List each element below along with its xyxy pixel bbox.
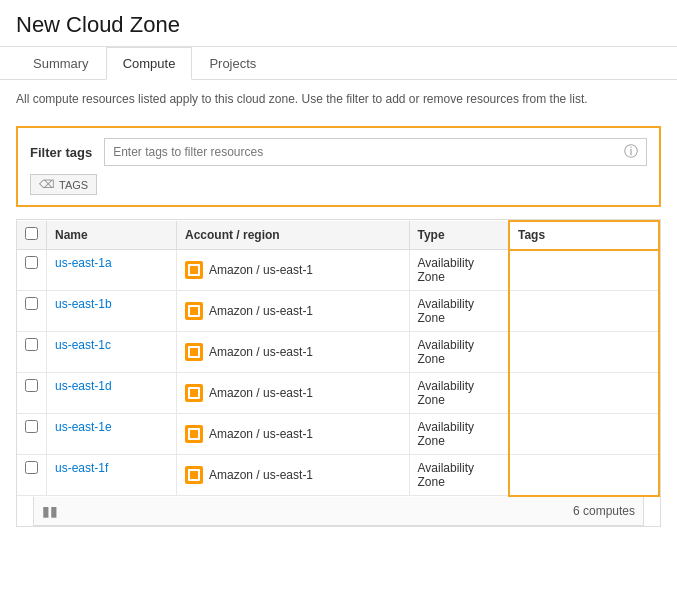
row-tags	[509, 332, 659, 373]
account-content: Amazon / us-east-1	[185, 425, 401, 443]
info-icon[interactable]: ⓘ	[624, 143, 638, 161]
table-body: us-east-1a Amazon / us-east-1 Availabili…	[17, 250, 659, 496]
row-tags	[509, 414, 659, 455]
aws-icon	[185, 466, 203, 484]
table-footer: ▮▮ 6 computes	[33, 497, 644, 526]
account-text: Amazon / us-east-1	[209, 427, 313, 441]
row-name[interactable]: us-east-1f	[47, 455, 177, 496]
row-account: Amazon / us-east-1	[177, 373, 410, 414]
filter-input-wrapper[interactable]: ⓘ	[104, 138, 647, 166]
row-tags	[509, 455, 659, 496]
table-row: us-east-1c Amazon / us-east-1 Availabili…	[17, 332, 659, 373]
row-account: Amazon / us-east-1	[177, 414, 410, 455]
footer-count: 6 computes	[573, 504, 635, 518]
row-tags	[509, 291, 659, 332]
row-checkbox[interactable]	[25, 420, 38, 433]
tags-button[interactable]: ⌫ TAGS	[30, 174, 97, 195]
account-content: Amazon / us-east-1	[185, 302, 401, 320]
tab-bar: Summary Compute Projects	[0, 47, 677, 80]
row-type: Availability Zone	[409, 455, 509, 496]
row-checkbox[interactable]	[25, 379, 38, 392]
row-tags	[509, 250, 659, 291]
tab-compute[interactable]: Compute	[106, 47, 193, 80]
filter-label: Filter tags	[30, 145, 92, 160]
row-name[interactable]: us-east-1d	[47, 373, 177, 414]
row-checkbox-cell	[17, 455, 47, 496]
aws-icon	[185, 384, 203, 402]
page-header: New Cloud Zone	[0, 0, 677, 47]
row-name[interactable]: us-east-1a	[47, 250, 177, 291]
row-type: Availability Zone	[409, 291, 509, 332]
row-name[interactable]: us-east-1e	[47, 414, 177, 455]
tab-summary[interactable]: Summary	[16, 47, 106, 80]
th-name: Name	[47, 221, 177, 250]
tag-icon: ⌫	[39, 178, 55, 191]
row-checkbox-cell	[17, 414, 47, 455]
th-tags: Tags	[509, 221, 659, 250]
row-type: Availability Zone	[409, 250, 509, 291]
row-type: Availability Zone	[409, 414, 509, 455]
table-row: us-east-1d Amazon / us-east-1 Availabili…	[17, 373, 659, 414]
row-account: Amazon / us-east-1	[177, 250, 410, 291]
account-text: Amazon / us-east-1	[209, 386, 313, 400]
footer-left: ▮▮	[42, 503, 58, 519]
table-row: us-east-1b Amazon / us-east-1 Availabili…	[17, 291, 659, 332]
th-account: Account / region	[177, 221, 410, 250]
page-title: New Cloud Zone	[16, 12, 661, 38]
account-content: Amazon / us-east-1	[185, 466, 401, 484]
table-row: us-east-1f Amazon / us-east-1 Availabili…	[17, 455, 659, 496]
account-text: Amazon / us-east-1	[209, 345, 313, 359]
row-name[interactable]: us-east-1c	[47, 332, 177, 373]
table-row: us-east-1e Amazon / us-east-1 Availabili…	[17, 414, 659, 455]
filter-row: Filter tags ⓘ	[30, 138, 647, 166]
tab-projects[interactable]: Projects	[192, 47, 273, 80]
tags-button-label: TAGS	[59, 179, 88, 191]
row-checkbox-cell	[17, 332, 47, 373]
aws-icon	[185, 343, 203, 361]
select-all-checkbox[interactable]	[25, 227, 38, 240]
account-text: Amazon / us-east-1	[209, 468, 313, 482]
aws-icon	[185, 425, 203, 443]
row-checkbox[interactable]	[25, 256, 38, 269]
row-account: Amazon / us-east-1	[177, 332, 410, 373]
th-checkbox	[17, 221, 47, 250]
row-checkbox-cell	[17, 291, 47, 332]
row-type: Availability Zone	[409, 332, 509, 373]
row-tags	[509, 373, 659, 414]
account-text: Amazon / us-east-1	[209, 263, 313, 277]
row-account: Amazon / us-east-1	[177, 291, 410, 332]
filter-input[interactable]	[113, 145, 624, 159]
row-name[interactable]: us-east-1b	[47, 291, 177, 332]
table-row: us-east-1a Amazon / us-east-1 Availabili…	[17, 250, 659, 291]
aws-icon	[185, 302, 203, 320]
aws-icon	[185, 261, 203, 279]
account-content: Amazon / us-east-1	[185, 261, 401, 279]
row-type: Availability Zone	[409, 373, 509, 414]
column-settings-icon[interactable]: ▮▮	[42, 503, 58, 519]
row-checkbox-cell	[17, 373, 47, 414]
filter-section: Filter tags ⓘ ⌫ TAGS	[16, 126, 661, 207]
th-type: Type	[409, 221, 509, 250]
row-account: Amazon / us-east-1	[177, 455, 410, 496]
account-text: Amazon / us-east-1	[209, 304, 313, 318]
compute-table: Name Account / region Type Tags us-east-…	[17, 220, 660, 497]
table-header-row: Name Account / region Type Tags	[17, 221, 659, 250]
row-checkbox[interactable]	[25, 338, 38, 351]
row-checkbox[interactable]	[25, 297, 38, 310]
description-text: All compute resources listed apply to th…	[0, 80, 677, 118]
account-content: Amazon / us-east-1	[185, 343, 401, 361]
compute-table-container: Name Account / region Type Tags us-east-…	[16, 219, 661, 527]
row-checkbox[interactable]	[25, 461, 38, 474]
row-checkbox-cell	[17, 250, 47, 291]
account-content: Amazon / us-east-1	[185, 384, 401, 402]
